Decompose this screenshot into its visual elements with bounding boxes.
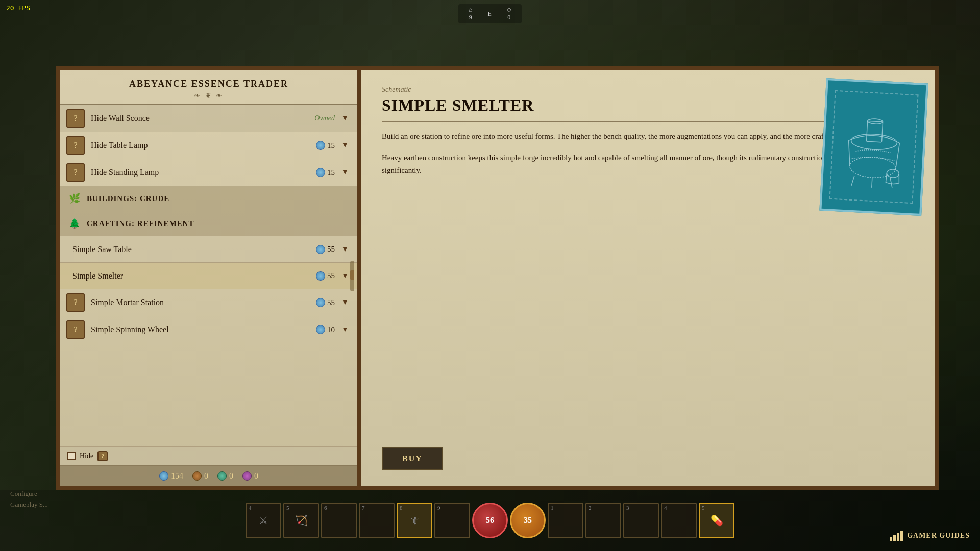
blueprint-card: [819, 78, 928, 216]
slot-number: 5: [702, 505, 705, 511]
svg-line-4: [851, 176, 854, 186]
shop-title-area: ABEYANCE ESSENCE TRADER ❧ ❦ ❧: [60, 70, 357, 105]
slot-icon: 🏹: [295, 514, 308, 527]
ui-container: ABEYANCE ESSENCE TRADER ❧ ❦ ❧ ? Hide Wal…: [56, 66, 939, 490]
category-buildings-crude[interactable]: 🌿 BUILDINGS: CRUDE: [60, 186, 357, 211]
slot-number: 8: [400, 505, 403, 511]
shop-panel: ABEYANCE ESSENCE TRADER ❧ ❦ ❧ ? Hide Wal…: [56, 66, 357, 490]
category-name-refinement: CRAFTING: REFINEMENT: [87, 219, 350, 228]
gg-bar: [897, 533, 899, 541]
list-item[interactable]: ? Hide Wall Sconce Owned ▼: [60, 105, 357, 132]
slot-icon: ⚔: [259, 514, 268, 527]
expand-arrow[interactable]: ▼: [339, 243, 351, 256]
hotbar-slot-right-4[interactable]: 4: [661, 503, 697, 538]
expand-arrow[interactable]: ▼: [339, 166, 351, 179]
slot-number: 3: [626, 505, 629, 511]
list-item[interactable]: ? Simple Mortar Station 55 ▼: [60, 289, 357, 316]
compass-bar: ⌂ 9 E ◇ 0: [458, 4, 522, 23]
item-icon-hide-table-lamp: ?: [66, 136, 85, 155]
currency-purple-icon: [242, 471, 252, 481]
item-price-simple-mortar: 55: [316, 298, 335, 307]
scrollbar[interactable]: [350, 261, 354, 291]
list-item[interactable]: Simple Saw Table 55 ▼: [60, 236, 357, 263]
gg-bar: [893, 535, 896, 541]
slot-icon: 💊: [710, 514, 723, 527]
gamer-guides-label: GAMER GUIDES: [907, 532, 970, 540]
compass-letter: E: [487, 10, 491, 18]
buy-button[interactable]: BUY: [382, 447, 443, 470]
diamond-number: 0: [507, 14, 510, 21]
list-item[interactable]: ? Hide Standing Lamp 15 ▼: [60, 159, 357, 186]
owned-badge: Owned: [314, 114, 335, 122]
hotbar-slot-9[interactable]: 9: [434, 503, 470, 538]
currency-teal-icon: [217, 471, 227, 481]
health-orb: 56: [472, 503, 508, 538]
currency-brown-amount: 0: [204, 471, 208, 481]
currency-brown: 0: [192, 471, 208, 481]
currency-blue: 154: [159, 471, 183, 481]
slot-number: 2: [589, 505, 592, 511]
item-icon-simple-spinning: ?: [66, 320, 85, 339]
hide-checkbox[interactable]: [67, 452, 76, 460]
list-item[interactable]: ? Simple Spinning Wheel 10 ▼: [60, 316, 357, 343]
price-value: 55: [327, 245, 335, 254]
hotbar-slot-right-5[interactable]: 5 💊: [699, 503, 734, 538]
hotbar-slot-right-1[interactable]: 1: [548, 503, 583, 538]
hotbar-slot-4[interactable]: 4 ⚔: [246, 503, 281, 538]
category-icon-refinement: 🌲: [67, 216, 82, 231]
expand-arrow[interactable]: ▼: [339, 112, 351, 124]
expand-arrow[interactable]: ▼: [339, 139, 351, 152]
currency-teal-amount: 0: [229, 471, 233, 481]
list-item[interactable]: ? Hide Table Lamp 15 ▼: [60, 132, 357, 159]
stamina-value: 35: [524, 516, 532, 525]
item-name-simple-mortar-station: Simple Mortar Station: [91, 298, 316, 307]
shop-title: ABEYANCE ESSENCE TRADER: [65, 79, 352, 89]
item-name-simple-smelter: Simple Smelter: [72, 271, 316, 281]
currency-teal: 0: [217, 471, 233, 481]
item-icon-hide-standing-lamp: ?: [66, 163, 85, 182]
price-value: 15: [327, 168, 335, 177]
item-price-simple-saw-table: 55: [316, 245, 335, 254]
list-item[interactable]: Simple Smelter 55 ▼: [60, 263, 357, 289]
price-value: 55: [327, 298, 335, 307]
expand-arrow[interactable]: ▼: [339, 270, 351, 282]
hotbar-slot-5[interactable]: 5 🏹: [283, 503, 319, 538]
expand-arrow[interactable]: ▼: [339, 296, 351, 309]
category-icon-crude: 🌿: [67, 191, 82, 206]
slot-number: 4: [249, 505, 252, 511]
currency-icon: [316, 245, 325, 254]
category-name-crude: BUILDINGS: CRUDE: [87, 194, 350, 203]
slot-number: 1: [551, 505, 554, 511]
currency-blue-amount: 154: [171, 471, 183, 481]
hotbar-slot-right-3[interactable]: 3: [623, 503, 659, 538]
shop-ornament: ❧ ❦ ❧: [65, 91, 352, 100]
currency-icon: [316, 325, 325, 334]
currency-brown-icon: [192, 471, 202, 481]
currency-purple-amount: 0: [254, 471, 258, 481]
price-value: 15: [327, 141, 335, 150]
expand-arrow[interactable]: ▼: [339, 323, 351, 336]
blueprint-inner: [829, 90, 918, 204]
hotbar: 4 ⚔ 5 🏹 6 7 8 🗡 9 56 35 1 2 3 4 5 💊: [0, 490, 980, 551]
hotbar-slot-7[interactable]: 7: [359, 503, 395, 538]
help-icon[interactable]: ?: [97, 451, 108, 461]
stamina-orb: 35: [510, 503, 546, 538]
fps-counter: 20 FPS: [6, 4, 30, 12]
house-number: 9: [469, 14, 472, 21]
slot-number: 4: [664, 505, 667, 511]
slot-icon: 🗡: [409, 515, 420, 527]
hotbar-slot-right-2[interactable]: 2: [585, 503, 621, 538]
scroll-thumb[interactable]: [350, 270, 354, 280]
svg-line-5: [872, 178, 872, 188]
hotbar-slot-6[interactable]: 6: [321, 503, 357, 538]
detail-panel: Schematic SIMPLE SMELTER Build an ore st…: [357, 66, 939, 490]
gg-bar: [890, 537, 892, 541]
item-name-hide-wall-sconce: Hide Wall Sconce: [91, 114, 314, 123]
category-crafting-refinement[interactable]: 🌲 CRAFTING: REFINEMENT: [60, 211, 357, 236]
house-icon: ⌂: [469, 6, 472, 14]
currency-icon: [316, 271, 325, 281]
gg-bars-icon: [890, 531, 903, 541]
currency-blue-icon: [159, 471, 168, 481]
hotbar-slot-8[interactable]: 8 🗡: [397, 503, 432, 538]
item-icon-hide-wall-sconce: ?: [66, 109, 85, 128]
